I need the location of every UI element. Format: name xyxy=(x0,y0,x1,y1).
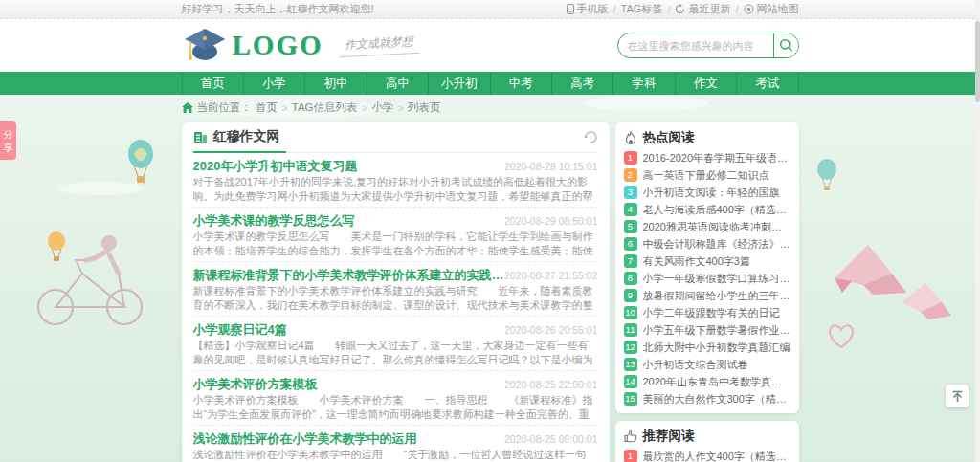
refresh-icon xyxy=(675,4,685,14)
nav-item-senior[interactable]: 高中 xyxy=(368,72,429,95)
search-button[interactable] xyxy=(773,33,798,57)
article-excerpt: 浅论激励性评价在小学美术教学中的运用 “关于激励，一位哲人曾经说过这样一句话：一… xyxy=(193,448,598,462)
article-date: 2020-08-29 08:50:01 xyxy=(504,215,598,227)
share-button[interactable]: 分享 xyxy=(0,121,16,160)
rank-badge: 8 xyxy=(624,272,637,285)
rank-badge: 15 xyxy=(624,392,637,406)
sidebar: 热点阅读 12016-2020年春学期五年级语文下期末模拟 2高一英语下册必修二… xyxy=(615,122,799,462)
rank-badge: 12 xyxy=(624,341,637,354)
hot-list-item[interactable]: 12北师大附中小升初数学真题汇编 xyxy=(624,339,791,356)
back-to-top-icon xyxy=(951,390,964,403)
article-excerpt: 【精选】小学观察日记4篇 转眼一天又过去了，这一天里，大家身边一定有一些有趣的见… xyxy=(193,339,598,367)
hot-list-item[interactable]: 11小学五年级下册数学暑假作业答案【20-61 xyxy=(624,321,791,339)
article-title-link[interactable]: 小学观察日记4篇 xyxy=(193,321,287,339)
panel-title: 红穆作文网 xyxy=(213,128,280,145)
hot-item-title: 放暑假期间留给小学生的三年级英语作文范文 xyxy=(643,289,791,303)
hot-list-item[interactable]: 10小学二年级跟数学有关的日记 xyxy=(624,304,791,321)
hot-item-title: 高一英语下册必修二知识点 xyxy=(643,168,769,183)
rank-badge: 13 xyxy=(624,358,637,371)
hot-list-item[interactable]: 142020年山东青岛中考数学真题（已公布） xyxy=(624,373,791,390)
tag-list-link[interactable]: TAG标签 xyxy=(621,2,663,16)
article-date: 2020-08-25 09:00:01 xyxy=(504,433,598,445)
hot-item-title: 美丽的大自然作文300字（精选3篇） xyxy=(643,392,791,407)
article-title-link[interactable]: 2020年小学升初中语文复习题 xyxy=(193,158,358,175)
phone-icon xyxy=(567,4,574,14)
scrollbar-track[interactable] xyxy=(975,0,980,462)
recent-updates-link[interactable]: 最近更新 xyxy=(675,2,730,16)
undo-icon xyxy=(583,131,598,144)
article-excerpt: 小学美术课的教学反思怎么写 美术是一门特别的学科，它能让学生学到绘画与制作的本领… xyxy=(193,230,598,258)
hot-list-item[interactable]: 2高一英语下册必修二知识点 xyxy=(624,166,791,184)
nav-item-composition[interactable]: 作文 xyxy=(676,72,737,95)
nav-item-subjects[interactable]: 学科 xyxy=(613,72,675,95)
hot-list-item[interactable]: 13小升初语文综合测试卷 xyxy=(624,356,791,373)
article-title-link[interactable]: 小学美术评价方案模板 xyxy=(193,376,318,393)
recommend-list-item[interactable]: 1最欣赏的人作文400字（精选3篇） xyxy=(624,448,791,462)
hot-list-item[interactable]: 4老人与海读后感400字（精选3篇） xyxy=(624,201,791,218)
nav-item-gaokao[interactable]: 高考 xyxy=(552,72,613,95)
hot-list-item[interactable]: 12016-2020年春学期五年级语文下期末模拟 xyxy=(624,149,791,166)
breadcrumb-primary[interactable]: 小学 xyxy=(371,100,393,115)
rank-badge: 10 xyxy=(624,306,637,319)
mobile-version-link[interactable]: 手机版 xyxy=(567,2,609,16)
hot-item-title: 有关风雨作文400字3篇 xyxy=(643,254,750,269)
hot-panel-title: 热点阅读 xyxy=(643,129,695,146)
nav-item-zhongkao[interactable]: 中考 xyxy=(491,72,552,95)
sitemap-icon xyxy=(744,4,754,14)
content-area: 红穆作文网 2020年小学升初中语文复习题 2020-08-29 10:15:0… xyxy=(0,122,980,462)
article-date: 2020-08-25 22:00:01 xyxy=(504,379,598,390)
refresh-list-button[interactable] xyxy=(583,131,598,144)
hot-list-item[interactable]: 6中级会计职称题库《经济法》检测题 xyxy=(624,235,791,253)
article-excerpt: 新课程标准背景下的小学美术教学评价体系建立的实践与研究 近年来，随着素质教育的不… xyxy=(193,284,598,313)
page: 好好学习，天天向上，红穆作文网欢迎您! 手机版 / TAG标签 / 最近更新 / xyxy=(0,0,980,462)
article-item: 小学美术课的教学反思怎么写 2020-08-29 08:50:01 小学美术课的… xyxy=(193,208,598,262)
article-title-link[interactable]: 新课程标准背景下的小学美术教学评价体系建立的实践与研究 xyxy=(193,267,505,284)
hot-item-title: 2020年山东青岛中考数学真题（已公布） xyxy=(643,375,791,389)
hot-item-title: 北师大附中小升初数学真题汇编 xyxy=(643,341,791,355)
separator: / xyxy=(667,4,670,15)
breadcrumb-list-page[interactable]: 列表页 xyxy=(408,100,441,115)
hot-list-item[interactable]: 3小升初语文阅读：年轻的国旗 xyxy=(624,184,791,201)
hot-reading-panel: 热点阅读 12016-2020年春学期五年级语文下期末模拟 2高一英语下册必修二… xyxy=(615,122,799,413)
nav-item-primary[interactable]: 小学 xyxy=(244,72,305,95)
separator: > xyxy=(281,102,288,114)
article-title-link[interactable]: 浅论激励性评价在小学美术教学中的运用 xyxy=(193,430,417,448)
hot-list-item[interactable]: 8小学一年级寒假数学口算练习题三篇 xyxy=(624,270,791,287)
rank-badge: 6 xyxy=(624,237,637,251)
nav-item-exams[interactable]: 考试 xyxy=(737,72,798,95)
back-to-top-button[interactable] xyxy=(946,385,969,407)
site-header: LOGO 作文成就梦想 xyxy=(0,19,980,72)
hot-panel-header: 热点阅读 xyxy=(624,126,791,149)
hot-item-title: 小学一年级寒假数学口算练习题三篇 xyxy=(643,272,791,286)
site-logo[interactable]: LOGO xyxy=(182,27,323,65)
site-icon xyxy=(193,129,208,143)
recommend-panel-title: 推荐阅读 xyxy=(643,428,695,445)
article-item: 小学美术评价方案模板 2020-08-25 22:00:01 小学美术评价方案模… xyxy=(193,371,598,426)
sitemap-link[interactable]: 网站地图 xyxy=(744,2,799,16)
breadcrumb-home[interactable]: 首页 xyxy=(256,100,278,115)
graduation-cap-icon xyxy=(182,27,226,65)
hot-list-item[interactable]: 15美丽的大自然作文300字（精选3篇） xyxy=(624,390,791,407)
rank-badge: 9 xyxy=(624,289,637,302)
nav-item-junior[interactable]: 初中 xyxy=(305,72,367,95)
hot-list-item[interactable]: 7有关风雨作文400字3篇 xyxy=(624,253,791,270)
hot-item-title: 小升初语文综合测试卷 xyxy=(643,358,748,372)
nav-item-xiaoshengchu[interactable]: 小升初 xyxy=(429,72,490,95)
hot-item-title: 老人与海读后感400字（精选3篇） xyxy=(643,203,791,217)
breadcrumb-tag-list[interactable]: TAG信息列表 xyxy=(292,100,358,115)
hot-list-item[interactable]: 52020雅思英语阅读临考冲刺试题附答案 xyxy=(624,218,791,235)
rank-badge: 14 xyxy=(624,375,637,388)
recommend-panel-header: 推荐阅读 xyxy=(624,425,791,448)
hot-item-title: 2020雅思英语阅读临考冲刺试题附答案 xyxy=(643,220,791,234)
hot-list-item[interactable]: 9放暑假期间留给小学生的三年级英语作文范文 xyxy=(624,287,791,304)
search-input[interactable] xyxy=(618,33,773,57)
rank-badge: 4 xyxy=(624,203,637,216)
article-item: 浅论激励性评价在小学美术教学中的运用 2020-08-25 09:00:01 浅… xyxy=(193,426,598,462)
article-title-link[interactable]: 小学美术课的教学反思怎么写 xyxy=(193,212,355,230)
recommend-item-title: 最欣赏的人作文400字（精选3篇） xyxy=(643,450,791,462)
top-link-label: 最近更新 xyxy=(688,2,730,16)
main-nav: 首页 小学 初中 高中 小升初 中考 高考 学科 作文 考试 xyxy=(0,72,980,95)
scrollbar-thumb[interactable] xyxy=(975,21,980,102)
nav-item-home[interactable]: 首页 xyxy=(182,72,244,95)
panel-header: 红穆作文网 xyxy=(193,122,598,153)
